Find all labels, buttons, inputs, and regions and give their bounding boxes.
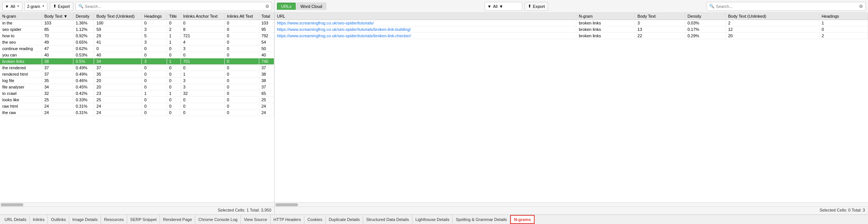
left-table-row[interactable]: the seo 49 0.65% 41 3 1 4 0 54 xyxy=(0,39,274,46)
ngram-label: 2-gram xyxy=(27,4,40,9)
right-export-button[interactable]: ⬆ Export xyxy=(524,2,548,11)
bottom-tab-lighthouse-details[interactable]: Lighthouse Details xyxy=(412,215,453,224)
bottom-tab-view-source[interactable]: View Source xyxy=(241,215,271,224)
cell-ngram: the seo xyxy=(0,39,42,46)
cell-unlinked: 34 xyxy=(94,58,142,65)
right-col-ngram[interactable]: N-gram xyxy=(576,13,635,20)
cell-body-text: 103 xyxy=(42,20,73,26)
left-search-box[interactable]: 🔍 ⚙ xyxy=(76,2,272,11)
right-hscroll[interactable] xyxy=(275,202,868,207)
left-table-row[interactable]: to crawl 32 0.42% 23 1 1 32 0 65 xyxy=(0,90,274,97)
right-search-settings-icon[interactable]: ⚙ xyxy=(859,4,863,9)
bottom-tab-resources[interactable]: Resources xyxy=(101,215,127,224)
bottom-tab-spelling-&-grammar-details[interactable]: Spelling & Grammar Details xyxy=(453,215,510,224)
left-table-row[interactable]: how to 70 0.92% 29 5 1 721 0 792 xyxy=(0,33,274,39)
bottom-tab-outlinks[interactable]: Outlinks xyxy=(48,215,69,224)
bottom-tab-http-headers[interactable]: HTTP Headers xyxy=(271,215,304,224)
cell-total: 740 xyxy=(259,58,274,65)
cell-unlinked: 2 xyxy=(726,20,819,26)
col-unlinked[interactable]: Body Text (Unlinked) xyxy=(94,13,142,20)
col-total[interactable]: Total xyxy=(259,13,274,20)
col-headings[interactable]: Headings xyxy=(142,13,167,20)
left-table-row[interactable]: raw html 24 0.31% 24 0 0 0 0 24 xyxy=(0,103,274,110)
cell-body-text: 25 xyxy=(42,97,73,103)
right-search-box[interactable]: 🔍 ⚙ xyxy=(707,2,866,11)
bottom-tab-url-details[interactable]: URL Details xyxy=(2,215,30,224)
bottom-tab-inlinks[interactable]: Inlinks xyxy=(30,215,48,224)
right-table-header: URL N-gram Body Text Density Body Text (… xyxy=(275,13,868,20)
bottom-tab-duplicate-details[interactable]: Duplicate Details xyxy=(326,215,363,224)
left-table-row[interactable]: the rendered 37 0.49% 37 0 0 0 0 37 xyxy=(0,65,274,71)
cell-inlinks-anchor: 701 xyxy=(181,58,224,65)
right-col-unlinked[interactable]: Body Text (Unlinked) xyxy=(726,13,819,20)
left-table-row[interactable]: seo spider 85 1.12% 59 3 2 8 0 95 xyxy=(0,26,274,33)
bottom-tab-serp-snippet[interactable]: SERP Snippet xyxy=(127,215,160,224)
tab-word-cloud[interactable]: Word Cloud xyxy=(296,3,327,10)
cell-total: 25 xyxy=(259,97,274,103)
right-table-row[interactable]: https://www.screamingfrog.co.uk/seo-spid… xyxy=(275,20,868,26)
cell-body-text: 13 xyxy=(635,26,685,33)
right-col-body-text[interactable]: Body Text xyxy=(635,13,685,20)
left-table-row[interactable]: file analyser 34 0.45% 20 0 0 3 0 37 xyxy=(0,84,274,90)
bottom-tab-cookies[interactable]: Cookies xyxy=(304,215,326,224)
bottom-tab-structured-data-details[interactable]: Structured Data Details xyxy=(363,215,412,224)
bottom-tab-chrome-console-log[interactable]: Chrome Console Log xyxy=(195,215,241,224)
col-body-text[interactable]: Body Text ▼ xyxy=(42,13,73,20)
col-density[interactable]: Density xyxy=(73,13,94,20)
cell-headings: 0 xyxy=(142,97,167,103)
cell-unlinked: 0 xyxy=(94,46,142,52)
left-table-row[interactable]: you can 40 0.53% 40 0 0 0 0 40 xyxy=(0,52,274,58)
cell-body-text: 40 xyxy=(42,52,73,58)
cell-headings: 3 xyxy=(142,39,167,46)
left-panel: ▼ All ▼ 2-gram ▼ ⬆ Export 🔍 ⚙ xyxy=(0,0,275,214)
right-table-container[interactable]: URL N-gram Body Text Density Body Text (… xyxy=(275,13,868,202)
cell-headings: 1 xyxy=(819,20,868,26)
right-hscroll-thumb[interactable] xyxy=(275,203,298,206)
right-search-input[interactable] xyxy=(716,4,857,9)
cell-inlinks-anchor: 32 xyxy=(181,90,224,97)
cell-total: 95 xyxy=(259,26,274,33)
cell-unlinked: 24 xyxy=(94,103,142,110)
export-button[interactable]: ⬆ Export xyxy=(50,2,73,11)
col-ngram[interactable]: N-gram xyxy=(0,13,42,20)
left-table-row[interactable]: broken links 38 0.5% 34 3 1 701 0 740 xyxy=(0,58,274,65)
cell-title: 0 xyxy=(167,84,181,90)
left-table-row[interactable]: continue reading 47 0.62% 0 0 0 3 0 50 xyxy=(0,46,274,52)
ngram-dropdown[interactable]: 2-gram ▼ xyxy=(24,2,47,11)
bottom-tab-image-details[interactable]: Image Details xyxy=(69,215,101,224)
right-col-density[interactable]: Density xyxy=(685,13,726,20)
left-hscroll-thumb[interactable] xyxy=(1,203,23,206)
filter-dropdown[interactable]: ▼ All ▼ xyxy=(2,2,22,11)
left-table-row[interactable]: in the 103 1.36% 100 0 0 0 0 103 xyxy=(0,20,274,26)
left-search-input[interactable] xyxy=(85,4,264,9)
left-table-row[interactable]: looks like 25 0.33% 25 0 0 0 0 25 xyxy=(0,97,274,103)
right-col-headings[interactable]: Headings xyxy=(819,13,868,20)
bottom-tab-n-grams[interactable]: N-grams xyxy=(510,215,535,224)
search-settings-icon[interactable]: ⚙ xyxy=(265,4,269,9)
right-table-row[interactable]: https://www.screamingfrog.co.uk/seo-spid… xyxy=(275,33,868,39)
cell-body-text: 22 xyxy=(635,33,685,39)
cell-density: 0.42% xyxy=(73,90,94,97)
right-filter-dropdown[interactable]: ▼ All ▼ xyxy=(485,2,522,11)
left-hscroll[interactable] xyxy=(0,202,274,207)
cell-title: 0 xyxy=(167,110,181,116)
left-table-row[interactable]: rendered html 37 0.49% 35 0 0 1 0 38 xyxy=(0,71,274,78)
bottom-tab-rendered-page[interactable]: Rendered Page xyxy=(160,215,195,224)
left-table-container[interactable]: N-gram Body Text ▼ Density Body Text (Un… xyxy=(0,13,274,202)
col-title[interactable]: Title xyxy=(167,13,181,20)
cell-density: 0.62% xyxy=(73,46,94,52)
right-tabs: URLs Word Cloud xyxy=(277,3,326,10)
cell-ngram: broken links xyxy=(576,20,635,26)
right-toolbar: URLs Word Cloud ▼ All ▼ ⬆ Export xyxy=(275,0,868,13)
cell-headings: 0 xyxy=(142,110,167,116)
right-table-row[interactable]: https://www.screamingfrog.co.uk/seo-spid… xyxy=(275,26,868,33)
cell-unlinked: 24 xyxy=(94,110,142,116)
col-inlinks-anchor[interactable]: Inlinks Anchor Text xyxy=(181,13,224,20)
left-table-row[interactable]: the raw 24 0.31% 24 0 0 0 0 24 xyxy=(0,110,274,116)
col-inlinks-alt[interactable]: Inlinks Alt Text xyxy=(224,13,259,20)
cell-unlinked: 12 xyxy=(726,26,819,33)
right-col-url[interactable]: URL xyxy=(275,13,576,20)
tab-urls[interactable]: URLs xyxy=(277,3,296,10)
left-table-row[interactable]: log file 35 0.46% 20 0 0 3 0 38 xyxy=(0,78,274,84)
left-toolbar: ▼ All ▼ 2-gram ▼ ⬆ Export 🔍 ⚙ xyxy=(0,0,274,13)
